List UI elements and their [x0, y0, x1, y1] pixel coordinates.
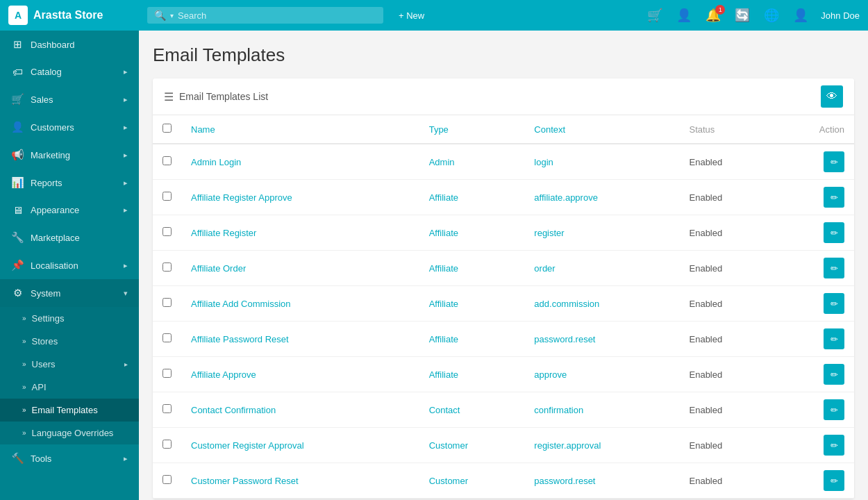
row-checkbox-8[interactable] — [162, 440, 172, 449]
row-checkbox-cell — [153, 392, 181, 428]
sidebar-item-sales[interactable]: 🛒 Sales ▸ — [0, 85, 139, 113]
row-status-5: Enabled — [680, 322, 774, 357]
search-input[interactable] — [178, 10, 376, 21]
row-type-9: Customer — [419, 463, 525, 499]
edit-button-4[interactable]: ✏ — [824, 293, 844, 314]
row-name-8[interactable]: Customer Register Approval — [181, 428, 419, 463]
select-all-checkbox[interactable] — [162, 124, 172, 133]
sidebar-sub-settings[interactable]: » Settings — [0, 307, 139, 330]
edit-button-8[interactable]: ✏ — [824, 435, 844, 456]
col-name[interactable]: Name — [181, 115, 419, 144]
sidebar-sub-users[interactable]: » Users ▸ — [0, 353, 139, 376]
edit-button-0[interactable]: ✏ — [824, 151, 844, 172]
sidebar-item-dashboard[interactable]: ⊞ Dashboard — [0, 31, 139, 58]
row-action-5: ✏ — [774, 322, 854, 357]
row-status-7: Enabled — [680, 392, 774, 428]
row-context-7: confirmation — [524, 392, 679, 428]
tools-icon: 🔨 — [11, 452, 24, 465]
sidebar-item-localisation[interactable]: 📌 Localisation ▸ — [0, 251, 139, 279]
row-type-6: Affiliate — [419, 357, 525, 392]
row-name-9[interactable]: Customer Password Reset — [181, 463, 419, 499]
row-checkbox-2[interactable] — [162, 227, 172, 236]
view-toggle-button[interactable]: 👁 — [821, 85, 843, 108]
refresh-button[interactable]: 🔄 — [731, 5, 754, 26]
sidebar-item-appearance[interactable]: 🖥 Appearance ▸ — [0, 197, 139, 224]
row-type-2: Affiliate — [419, 215, 525, 251]
card-header: ☰ Email Templates List 👁 — [153, 78, 854, 115]
sidebar-item-system[interactable]: ⚙ System ▾ — [0, 279, 139, 307]
row-context-8: register.approval — [524, 428, 679, 463]
sidebar-sub-stores[interactable]: » Stores — [0, 330, 139, 353]
row-name-5[interactable]: Affiliate Password Reset — [181, 322, 419, 357]
row-type-5: Affiliate — [419, 322, 525, 357]
edit-button-9[interactable]: ✏ — [824, 470, 844, 491]
edit-button-7[interactable]: ✏ — [824, 399, 844, 420]
sidebar-item-customers[interactable]: 👤 Customers ▸ — [0, 113, 139, 141]
sidebar-item-marketplace[interactable]: 🔧 Marketplace — [0, 224, 139, 251]
row-name-6[interactable]: Affiliate Approve — [181, 357, 419, 392]
row-name-2[interactable]: Affiliate Register — [181, 215, 419, 251]
row-name-1[interactable]: Affiliate Register Approve — [181, 180, 419, 215]
edit-button-2[interactable]: ✏ — [824, 222, 844, 243]
sidebar-sub-language-overrides[interactable]: » Language Overrides — [0, 422, 139, 444]
col-type[interactable]: Type — [419, 115, 525, 144]
row-name-3[interactable]: Affiliate Order — [181, 251, 419, 286]
row-type-8: Customer — [419, 428, 525, 463]
sidebar-item-marketing[interactable]: 📢 Marketing ▸ — [0, 141, 139, 169]
row-checkbox-9[interactable] — [162, 475, 172, 484]
customers-arrow: ▸ — [124, 123, 128, 132]
card-header-label: Email Templates List — [179, 91, 268, 102]
row-checkbox-1[interactable] — [162, 192, 172, 201]
tools-arrow: ▸ — [124, 454, 128, 463]
row-checkbox-0[interactable] — [162, 156, 172, 165]
user-button[interactable]: 👤 — [672, 5, 696, 26]
row-name-7[interactable]: Contact Confirmation — [181, 392, 419, 428]
users-arrow: » — [22, 360, 26, 368]
row-checkbox-cell — [153, 180, 181, 215]
sidebar-sub-api[interactable]: » API — [0, 376, 139, 399]
system-sub-menu: » Settings » Stores » Users ▸ » API » Em… — [0, 307, 139, 444]
navbar-right: 🛒 👤 🔔 1 🔄 🌐 👤 John Doe — [643, 5, 860, 26]
new-button[interactable]: + New — [389, 6, 434, 25]
row-checkbox-cell — [153, 428, 181, 463]
email-templates-arrow: » — [22, 406, 26, 414]
row-checkbox-6[interactable] — [162, 369, 172, 378]
row-checkbox-3[interactable] — [162, 262, 172, 272]
row-checkbox-5[interactable] — [162, 333, 172, 342]
edit-button-3[interactable]: ✏ — [824, 258, 844, 278]
sales-icon: 🛒 — [11, 93, 24, 106]
row-checkbox-cell — [153, 251, 181, 286]
edit-button-6[interactable]: ✏ — [824, 364, 844, 385]
navbar: A Arastta Store 🔍 ▾ + New 🛒 👤 🔔 1 🔄 🌐 👤 … — [0, 0, 868, 31]
brand-name: Arastta Store — [33, 9, 103, 22]
users-expand-arrow: ▸ — [124, 360, 128, 368]
api-arrow: » — [22, 383, 26, 391]
row-action-7: ✏ — [774, 392, 854, 428]
row-type-0: Admin — [419, 144, 525, 180]
notifications-button[interactable]: 🔔 1 — [701, 5, 725, 26]
user-icon-button[interactable]: 👤 — [789, 5, 812, 26]
cart-button[interactable]: 🛒 — [643, 5, 667, 26]
sidebar-sub-email-templates[interactable]: » Email Templates — [0, 399, 139, 422]
system-arrow: ▾ — [124, 289, 128, 298]
table-row: Contact Confirmation Contact confirmatio… — [153, 392, 854, 428]
row-checkbox-4[interactable] — [162, 298, 172, 307]
sales-arrow: ▸ — [124, 95, 128, 104]
sidebar-item-tools[interactable]: 🔨 Tools ▸ — [0, 444, 139, 472]
row-name-0[interactable]: Admin Login — [181, 144, 419, 180]
edit-button-5[interactable]: ✏ — [824, 328, 844, 349]
col-status: Status — [680, 115, 774, 144]
language-button[interactable]: 🌐 — [760, 5, 783, 26]
system-icon: ⚙ — [11, 287, 24, 299]
row-name-4[interactable]: Affiliate Add Commission — [181, 286, 419, 322]
sidebar-item-catalog[interactable]: 🏷 Catalog ▸ — [0, 58, 139, 85]
search-dropdown-arrow[interactable]: ▾ — [170, 12, 174, 19]
card-header-left: ☰ Email Templates List — [164, 90, 268, 103]
row-action-4: ✏ — [774, 286, 854, 322]
row-context-9: password.reset — [524, 463, 679, 499]
row-checkbox-7[interactable] — [162, 404, 172, 413]
col-context[interactable]: Context — [524, 115, 679, 144]
sidebar-item-reports[interactable]: 📊 Reports ▸ — [0, 169, 139, 197]
row-type-1: Affiliate — [419, 180, 525, 215]
edit-button-1[interactable]: ✏ — [824, 187, 844, 208]
